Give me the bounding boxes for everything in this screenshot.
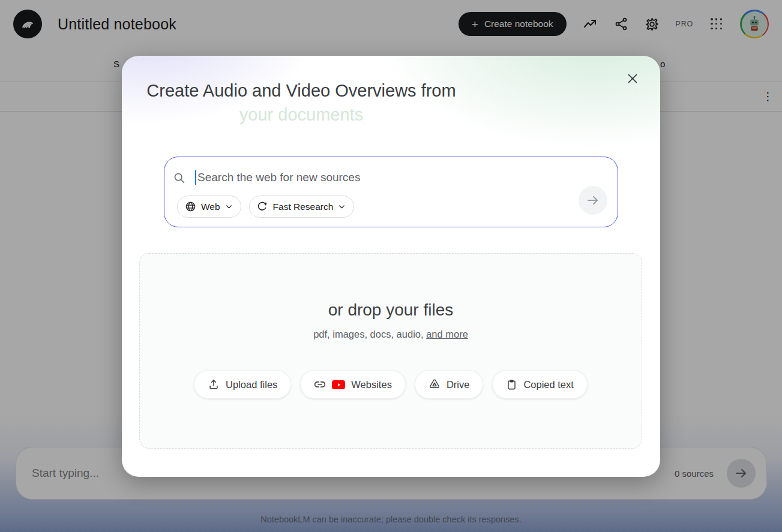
research-mode-label: Fast Research	[273, 202, 334, 212]
upload-files-button[interactable]: Upload files	[194, 370, 291, 399]
youtube-icon	[332, 380, 345, 389]
websites-label: Websites	[351, 379, 392, 390]
search-submit-button[interactable]	[579, 186, 607, 215]
and-more-link[interactable]: and more	[426, 329, 468, 339]
close-icon[interactable]	[624, 70, 641, 87]
drop-zone-heading: or drop your files	[328, 300, 454, 320]
drop-zone-subtext: pdf, images, docs, audio, and more	[313, 329, 468, 340]
search-icon	[173, 172, 185, 184]
add-sources-dialog: Create Audio and Video Overviews from yo…	[122, 56, 660, 477]
upload-files-label: Upload files	[226, 379, 277, 390]
dialog-title: Create Audio and Video Overviews from yo…	[137, 79, 465, 127]
research-mode-dropdown[interactable]: Fast Research	[249, 196, 355, 218]
text-caret	[195, 170, 196, 185]
chevron-down-icon	[225, 203, 233, 211]
web-search-box: Web Fast Research	[164, 157, 618, 227]
dialog-title-line1: Create Audio and Video Overviews from	[137, 79, 465, 103]
drive-icon	[429, 378, 441, 390]
file-drop-zone[interactable]: or drop your files pdf, images, docs, au…	[139, 253, 642, 449]
globe-icon	[185, 201, 196, 212]
drive-label: Drive	[447, 379, 470, 390]
link-icon	[314, 378, 326, 390]
web-source-label: Web	[201, 202, 220, 212]
web-source-dropdown[interactable]: Web	[177, 196, 241, 218]
chevron-down-icon	[338, 203, 346, 211]
arrow-right-icon	[586, 193, 600, 208]
file-types-text: pdf, images, docs, audio,	[313, 329, 426, 339]
copied-text-label: Copied text	[523, 379, 573, 390]
search-input[interactable]	[197, 171, 606, 184]
dialog-title-line2: your documents	[137, 103, 465, 127]
clipboard-icon	[506, 379, 517, 390]
upload-icon	[208, 378, 220, 390]
websites-button[interactable]: Websites	[300, 370, 406, 399]
fast-research-icon	[257, 201, 268, 212]
copied-text-button[interactable]: Copied text	[492, 370, 587, 399]
drive-button[interactable]: Drive	[415, 370, 484, 399]
